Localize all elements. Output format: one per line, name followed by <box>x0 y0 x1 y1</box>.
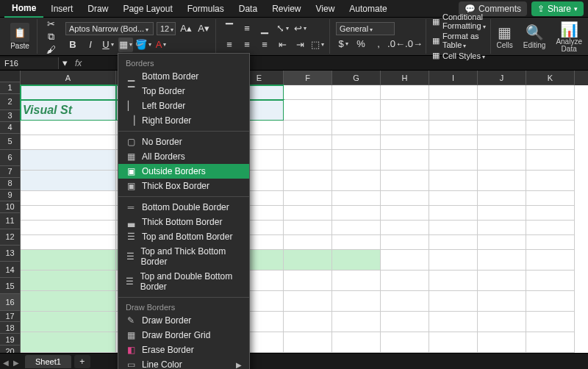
cell[interactable] <box>526 332 575 353</box>
cell[interactable] <box>332 85 381 100</box>
cell[interactable] <box>381 250 429 271</box>
sheet-tab[interactable]: Sheet1 <box>25 355 71 368</box>
cell[interactable] <box>284 291 332 312</box>
cell[interactable] <box>478 206 526 221</box>
cell[interactable] <box>332 171 381 191</box>
cell[interactable] <box>381 235 429 250</box>
cell[interactable] <box>332 221 381 235</box>
sheet-nav-next-icon[interactable]: ▶ <box>13 359 22 367</box>
cell[interactable] <box>21 250 116 271</box>
tab-automate[interactable]: Automate <box>342 1 394 17</box>
col-header[interactable]: A <box>21 71 116 85</box>
cell[interactable] <box>284 332 332 353</box>
sheet-nav-prev-icon[interactable]: ◀ <box>3 359 12 367</box>
row-header[interactable]: 16 <box>0 294 21 310</box>
cell[interactable] <box>21 291 116 312</box>
paste-icon[interactable]: 📋 <box>10 23 29 42</box>
cell[interactable] <box>21 332 116 353</box>
row-header[interactable]: 6 <box>0 150 21 166</box>
cell[interactable] <box>284 235 332 250</box>
name-box-dropdown-icon[interactable]: ▾ <box>59 56 71 71</box>
draw-border-grid-item[interactable]: ▦Draw Border Grid <box>118 328 249 343</box>
border-left-item[interactable]: ▏Left Border <box>118 98 249 113</box>
cell[interactable] <box>284 150 332 171</box>
no-border-item[interactable]: ▢No Border <box>118 135 249 149</box>
font-name-select[interactable]: Aptos Narrow (Bod... <box>65 22 154 35</box>
cell[interactable] <box>284 250 332 271</box>
bottom-double-border-item[interactable]: ═Bottom Double Border <box>118 200 249 215</box>
underline-button[interactable]: U <box>101 37 115 52</box>
cell[interactable] <box>429 100 478 121</box>
col-header[interactable]: K <box>526 71 575 85</box>
row-header[interactable]: 12 <box>0 229 21 246</box>
cell[interactable] <box>284 271 332 291</box>
all-borders-item[interactable]: ▦All Borders <box>118 149 249 164</box>
col-header[interactable]: G <box>332 71 381 85</box>
cell[interactable] <box>429 85 478 100</box>
cell[interactable] <box>21 206 116 221</box>
col-header[interactable]: F <box>284 71 332 85</box>
outside-borders-item[interactable]: ▣Outside Borders <box>118 164 249 179</box>
cell[interactable] <box>429 171 478 191</box>
align-right-icon[interactable]: ≡ <box>257 37 272 52</box>
row-header[interactable]: 19 <box>0 334 21 345</box>
tab-draw[interactable]: Draw <box>80 1 115 17</box>
cell[interactable] <box>21 235 116 250</box>
line-color-item[interactable]: ▭Line Color▶ <box>118 357 249 369</box>
erase-border-item[interactable]: ◧Erase Border <box>118 343 249 357</box>
row-header[interactable]: 17 <box>0 311 21 323</box>
cell[interactable] <box>429 135 478 150</box>
align-top-icon[interactable]: ▔ <box>222 21 237 36</box>
cell[interactable] <box>478 235 526 250</box>
cell[interactable] <box>526 121 575 135</box>
format-table-button[interactable]: Format as Table <box>442 32 486 49</box>
cell[interactable] <box>284 85 332 100</box>
font-size-select[interactable]: 12 <box>157 22 176 35</box>
add-sheet-button[interactable]: + <box>74 355 90 368</box>
decrease-decimal-icon[interactable]: .0→ <box>406 37 421 51</box>
row-header[interactable]: 18 <box>0 322 21 334</box>
cell[interactable] <box>381 100 429 121</box>
border-right-item[interactable]: ▕Right Border <box>118 113 249 128</box>
cell[interactable] <box>526 150 575 171</box>
cell[interactable] <box>478 312 526 332</box>
select-all-corner[interactable] <box>0 71 21 82</box>
cell[interactable] <box>381 191 429 206</box>
tab-formulas[interactable]: Formulas <box>180 1 232 17</box>
top-double-bottom-border-item[interactable]: ☰Top and Double Bottom Border <box>118 269 249 294</box>
format-painter-icon[interactable]: 🖌 <box>43 44 58 55</box>
cell[interactable] <box>381 332 429 353</box>
comma-icon[interactable]: , <box>371 37 386 51</box>
cell[interactable] <box>381 150 429 171</box>
cell[interactable] <box>332 206 381 221</box>
thick-bottom-border-item[interactable]: ▃Thick Bottom Border <box>118 215 249 229</box>
row-header[interactable]: 4 <box>0 122 21 134</box>
align-left-icon[interactable]: ≡ <box>222 37 237 52</box>
cell[interactable] <box>332 150 381 171</box>
row-header[interactable]: 9 <box>0 190 21 201</box>
row-header[interactable]: 15 <box>0 278 21 294</box>
cell[interactable] <box>526 85 575 100</box>
font-color-button[interactable]: A <box>154 37 168 52</box>
cell[interactable] <box>526 291 575 312</box>
cell[interactable] <box>429 206 478 221</box>
row-header[interactable]: 13 <box>0 246 21 262</box>
cell[interactable] <box>478 291 526 312</box>
cell[interactable] <box>284 206 332 221</box>
merge-icon[interactable]: ⬚ <box>310 37 325 52</box>
align-center-icon[interactable]: ≡ <box>240 37 254 52</box>
align-bottom-icon[interactable]: ▁ <box>257 21 272 36</box>
cell[interactable] <box>478 271 526 291</box>
cell[interactable] <box>21 171 116 191</box>
cell[interactable] <box>332 191 381 206</box>
cell[interactable] <box>478 100 526 121</box>
align-middle-icon[interactable]: ≡ <box>240 21 254 36</box>
row-header[interactable]: 5 <box>0 134 21 150</box>
cell[interactable] <box>332 271 381 291</box>
cell-styles-button[interactable]: Cell Styles <box>442 51 485 60</box>
cell[interactable] <box>381 291 429 312</box>
cell[interactable] <box>478 332 526 353</box>
editing-button[interactable]: 🔍 Editing <box>519 22 551 51</box>
analyze-data-button[interactable]: 📊 Analyze Data <box>551 19 587 54</box>
row-header[interactable]: 3 <box>0 110 21 122</box>
